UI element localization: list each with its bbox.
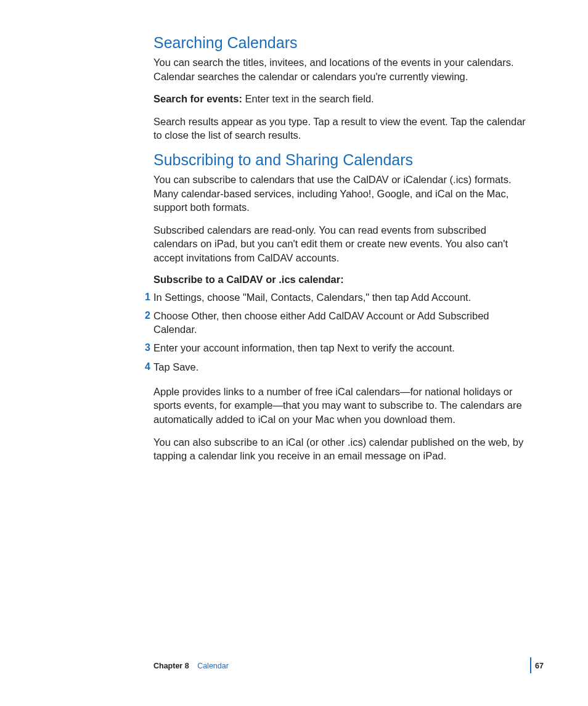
step-number: 2 — [138, 309, 150, 322]
step-text: Enter your account information, then tap… — [153, 342, 455, 353]
step-item: 3Enter your account information, then ta… — [153, 341, 529, 355]
body-paragraph: Subscribed calendars are read-only. You … — [153, 223, 529, 265]
body-paragraph-search-for-events: Search for events: Enter text in the sea… — [153, 92, 529, 106]
heading-searching-calendars: Searching Calendars — [153, 34, 529, 52]
step-item: 4Tap Save. — [153, 360, 529, 374]
body-paragraph: Apple provides links to a number of free… — [153, 385, 529, 427]
body-paragraph: You can also subscribe to an iCal (or ot… — [153, 435, 529, 463]
steps-intro: Subscribe to a CalDAV or .ics calendar: — [153, 274, 529, 285]
page-number: 67 — [535, 662, 544, 670]
run-in-label: Search for events: — [153, 93, 242, 104]
body-paragraph: Search results appear as you type. Tap a… — [153, 115, 529, 142]
body-paragraph: You can subscribe to calendars that use … — [153, 173, 529, 215]
page-content: Searching Calendars You can search the t… — [153, 34, 529, 472]
step-number: 3 — [138, 341, 150, 355]
heading-subscribing-sharing: Subscribing to and Sharing Calendars — [153, 151, 529, 169]
step-item: 1In Settings, choose "Mail, Contacts, Ca… — [153, 290, 529, 304]
step-item: 2Choose Other, then choose either Add Ca… — [153, 309, 529, 337]
body-paragraph: You can search the titles, invitees, and… — [153, 55, 529, 83]
step-text: Tap Save. — [153, 361, 198, 372]
step-number: 1 — [138, 290, 150, 304]
numbered-steps: 1In Settings, choose "Mail, Contacts, Ca… — [153, 290, 529, 374]
chapter-name: Calendar — [197, 662, 229, 670]
page-footer: Chapter 8 Calendar — [153, 662, 542, 670]
chapter-label: Chapter 8 — [153, 662, 189, 670]
step-number: 4 — [138, 360, 150, 374]
step-text: Choose Other, then choose either Add Cal… — [153, 310, 489, 335]
run-in-body: Enter text in the search field. — [242, 93, 374, 104]
footer-divider — [530, 657, 531, 673]
step-text: In Settings, choose "Mail, Contacts, Cal… — [153, 292, 471, 303]
